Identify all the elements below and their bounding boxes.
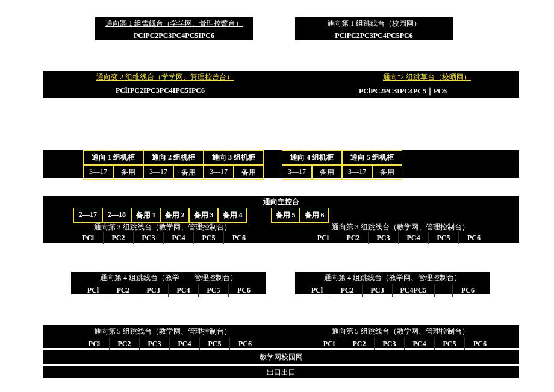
r5l-0: PCl — [79, 338, 110, 350]
mc-6: 备用 5 — [271, 208, 300, 223]
row4-right: 通向第 4 组跳线台（教学网、管理控制台） PCl PC2 PC3 PC4PC5… — [295, 272, 490, 294]
cabs-right: 通向 4 组机柜 通向 5 组机柜 3—17 备用 3—17 备用 — [282, 150, 402, 180]
r5l-5: PC6 — [230, 338, 260, 350]
footer2: 出口出口 — [43, 366, 519, 378]
c-5: 备用 — [234, 165, 264, 180]
r5r-2: PC3 — [375, 338, 405, 350]
row3-pcs: PCl PC2 PC3 PC4 PC5 PC6 PCl PC2 PC3 PC4 … — [43, 232, 519, 244]
pcs: PClPC2PC3PC4PC5PC6 — [295, 31, 453, 40]
r5r-5: PC6 — [465, 338, 495, 350]
row5-right-title: 通向第 5 组跳线台（教学网、管理控制台） — [281, 325, 519, 338]
mc-5: 备用 4 — [218, 208, 247, 223]
diagram-page: 通向寡 1 组雪线台（学学网、骨理控瞥台） PClPC2PC3PC4PC5IPC… — [0, 0, 554, 392]
block-row2-pcs: PClIPC2IPC3PC4IPC5IPC6 PClPC2PC3IPC4PC5｜… — [43, 84, 519, 98]
r3r-5: PC6 — [459, 232, 489, 244]
main-console-row: 2—17 2—18 备用 1 备用 2 备用 3 备用 4 备用 5 备用 6 — [73, 208, 329, 223]
cab-3: 通向 3 组机柜 — [204, 150, 264, 165]
mc-3: 备用 2 — [160, 208, 189, 223]
title-right: 通向"2 组跳草台（校晒网） — [383, 72, 471, 82]
c-3: 备用 — [173, 165, 204, 180]
r3l-0: PCl — [73, 232, 104, 244]
r3l-5: PC6 — [224, 232, 254, 244]
c-6: 3—17 — [282, 165, 312, 180]
c-7: 备用 — [312, 165, 342, 180]
r4r-4 — [435, 284, 453, 297]
title: 通向寡 1 组雪线台（学学网、骨理控瞥台） — [95, 17, 253, 29]
r3r-4: PC5 — [429, 232, 459, 244]
r3r-1: PC2 — [338, 232, 369, 244]
row4-left: 通向第 4 组跳线台（教学 管理控制台） PCl PC2 PC3 PC4 PC5… — [71, 272, 266, 294]
r4l-4: PC5 — [199, 284, 229, 297]
mc-1: 2—18 — [102, 208, 131, 223]
mc-4: 备用 3 — [189, 208, 218, 223]
r5r-1: PC2 — [344, 338, 375, 350]
r5l-2: PC3 — [140, 338, 170, 350]
c-9: 备用 — [372, 165, 402, 180]
r3r-3: PC4 — [399, 232, 429, 244]
c-1: 备用 — [113, 165, 143, 180]
r5l-3: PC4 — [170, 338, 200, 350]
r3l-1: PC2 — [104, 232, 134, 244]
block-top-right: 通向第 1 组跳线台（校园网） PClPC2PC3PC4PC5PC6 — [295, 17, 453, 40]
r4l-2: PC3 — [138, 284, 169, 297]
r3r-0: PCl — [308, 232, 338, 244]
main-console-title: 通向主控台 — [43, 196, 519, 208]
r4l-1: PC2 — [108, 284, 138, 297]
pcs: PClPC2PC3PC4PC5IPC6 — [95, 31, 253, 40]
cabs-left: 通向 1 组机柜 通向 2 组机柜 通向 3 组机柜 3—17 备用 3—17 … — [83, 150, 264, 180]
r3l-3: PC4 — [164, 232, 194, 244]
cab-2: 通向 2 组机柜 — [143, 150, 204, 165]
r3l-4: PC5 — [194, 232, 224, 244]
r4r-3: PC4PC5 — [393, 284, 435, 297]
r5l-1: PC2 — [110, 338, 140, 350]
c-4: 3—17 — [204, 165, 234, 180]
r4r-0: PCl — [302, 284, 332, 297]
mc-2: 备用 1 — [131, 208, 160, 223]
r3l-2: PC3 — [134, 232, 164, 244]
block-top-left: 通向寡 1 组雪线台（学学网、骨理控瞥台） PClPC2PC3PC4PC5IPC… — [95, 17, 253, 40]
c-0: 3—17 — [83, 165, 113, 180]
r4l-3: PC4 — [169, 284, 199, 297]
r5r-4: PC5 — [435, 338, 465, 350]
cab-1: 通向 1 组机柜 — [83, 150, 143, 165]
cab-4: 通向 4 组机柜 — [282, 150, 342, 165]
row5-block: 通向第 5 组跳线台（教学网、管理控制台） 通向第 5 组跳线台（教学网、管理控… — [43, 325, 519, 348]
title: 通向第 1 组跳线台（校园网） — [295, 17, 453, 29]
row3-right-title: 通向第 3 组跳线台（教学网、管理控制台） — [281, 222, 519, 232]
r4r-2: PC3 — [363, 284, 393, 297]
r4l-5: PC6 — [229, 284, 259, 297]
mc-7: 备用 6 — [300, 208, 329, 223]
title: 通向第 4 组跳线台（教学 管理控制台） — [71, 272, 266, 284]
r5r-3: PC4 — [405, 338, 435, 350]
c-2: 3—17 — [143, 165, 173, 180]
title: 通向第 4 组跳线台（教学网、管理控制台） — [295, 272, 490, 284]
pcs-left: PClIPC2IPC3PC4IPC5IPC6 — [116, 86, 205, 96]
main-console-block: 通向主控台 2—17 2—18 备用 1 备用 2 备用 3 备用 4 备用 5… — [43, 196, 519, 243]
row3-left-title: 通向第 3 组跳线台（教学网、管理控制台） — [43, 222, 281, 232]
c-8: 3—17 — [342, 165, 372, 180]
title-left: 通向变 2 组维线台（学学网、箕理控曾台） — [96, 72, 234, 82]
footer1: 教学网校园网 — [43, 350, 519, 364]
r4r-1: PC2 — [332, 284, 363, 297]
r4r-5: PC6 — [453, 284, 483, 297]
r5r-0: PCl — [314, 338, 344, 350]
r4l-0: PCl — [78, 284, 108, 297]
r3r-2: PC3 — [369, 232, 399, 244]
row5-left-title: 通向第 5 组跳线台（教学网、管理控制台） — [43, 325, 281, 338]
r5l-4: PC5 — [200, 338, 230, 350]
gap — [247, 208, 271, 223]
mc-0: 2—17 — [73, 208, 102, 223]
pcs-right: PClPC2PC3IPC4PC5｜PC6 — [359, 86, 447, 96]
cabinets-block: 通向 1 组机柜 通向 2 组机柜 通向 3 组机柜 3—17 备用 3—17 … — [43, 150, 519, 178]
cab-5: 通向 5 组机柜 — [342, 150, 402, 165]
